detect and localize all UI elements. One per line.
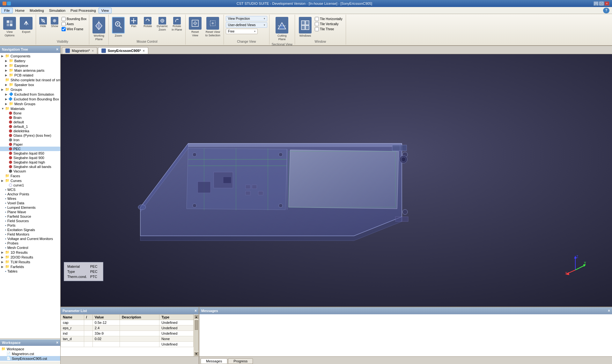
tab-magnetron-close[interactable]: × (92, 49, 94, 53)
tile-3-input[interactable] (315, 27, 319, 31)
tree-item-field-monitors[interactable]: ▪Field Monitors (0, 232, 60, 237)
tree-item-faces[interactable]: 📁Faces (0, 173, 60, 178)
param-close[interactable]: × (195, 309, 197, 313)
scroll-up[interactable]: ▲ (195, 315, 198, 319)
tab-progress[interactable]: Progress (228, 358, 253, 364)
menu-simulation[interactable]: Simulation (47, 8, 68, 13)
tree-item-lumped-elements[interactable]: ▪Lumped Elements (0, 205, 60, 210)
reset-view-btn[interactable]: ResetView (188, 16, 203, 38)
tree-item-probes[interactable]: ▪Probes (0, 241, 60, 245)
nav-close[interactable]: × (56, 47, 58, 52)
axes-input[interactable] (62, 22, 66, 26)
tree-item-voltage-and-current-monitors[interactable]: ▪Voltage and Current Monitors (0, 237, 60, 241)
tree-item-excluded-from-bounding-box[interactable]: ▶🔷Excluded from Bounding Box (0, 97, 60, 101)
tab-messages[interactable]: Messages (201, 358, 227, 364)
rotate-btn[interactable]: Rotate (141, 16, 154, 29)
tree-item-excluded-from-simulation[interactable]: ▶🔷Excluded from Simulation (0, 92, 60, 97)
tab-sony[interactable]: SonyEricssonC905* × (98, 47, 148, 54)
scroll-track[interactable] (195, 320, 198, 351)
show-btn[interactable]: Show (49, 16, 60, 29)
menu-file[interactable]: File (1, 8, 13, 13)
tree-item-shiho-complete-but-rinsed-of-small-stuff[interactable]: 📁Shiho complete but rinsed of small stuf… (0, 77, 60, 82)
tree-item-main-antenna-parts[interactable]: ▶📁Main antenna parts (0, 68, 60, 73)
tree-item-excitation-signals[interactable]: ▪Excitation Signals (0, 228, 60, 232)
bounding-box-input[interactable] (62, 17, 66, 21)
tree-item-components[interactable]: ▶📁Components (0, 54, 60, 58)
menu-post-processing[interactable]: Post Processing (68, 8, 98, 13)
tile-v-input[interactable] (315, 22, 319, 26)
tree-item-default[interactable]: default (0, 120, 60, 124)
workspace-tree[interactable]: 📁Workspace📄Magnetron.cst📄SonyEricssonC90… (0, 346, 60, 361)
tree-item-field-sources[interactable]: ▪Field Sources (0, 219, 60, 223)
maximize-btn[interactable]: □ (599, 1, 604, 6)
tree-item-brain[interactable]: Brain (0, 115, 60, 120)
tree-item-materials[interactable]: ▼📁Materials (0, 106, 60, 111)
tree-item-curves[interactable]: ▶📁Curves (0, 178, 60, 183)
axes-check[interactable]: Axes (61, 22, 87, 26)
tree-item-siegbahn-liquid-high[interactable]: Siegbahn liquid high (0, 160, 60, 164)
close-btn[interactable]: × (604, 1, 609, 6)
messages-close[interactable]: × (608, 309, 610, 313)
tree-item-mesh-groups[interactable]: ▶📁Mesh Groups (0, 101, 60, 106)
tree-item-iron[interactable]: Iron (0, 138, 60, 142)
param-row[interactable]: eps_r 2.4 Undefined (61, 325, 194, 331)
working-plane-btn[interactable]: WorkingPlane (91, 16, 107, 42)
tree-item-ports[interactable]: ▪Ports (0, 223, 60, 228)
tree-item-vacuum[interactable]: Vacuum (0, 169, 60, 173)
param-scrollbar[interactable]: ▲ ▼ (194, 314, 199, 356)
workspace-item-magnetron.cst[interactable]: 📄Magnetron.cst (0, 351, 60, 356)
workspace-close[interactable]: × (56, 340, 58, 345)
viewport[interactable]: Z Y X Material PEC (61, 54, 612, 307)
tile-three-check[interactable]: Tile Three (314, 27, 343, 32)
tree-item-siegbahn-liquid-900[interactable]: Siegbahn liquid 900 (0, 156, 60, 160)
tree-item-1d-results[interactable]: ▶📁1D Results (0, 250, 60, 255)
tree-item-siegbahn-liquid-850[interactable]: Siegbahn liquid 850 (0, 151, 60, 156)
param-row[interactable]: cap 0.5e-12 Undefined (61, 320, 194, 325)
tree-item-speaker-box[interactable]: ▶📁Speaker box (0, 82, 60, 87)
menu-view[interactable]: View (99, 8, 112, 13)
tree-item-pcb-related[interactable]: ▶📁PCB related (0, 73, 60, 77)
view-options-btn[interactable]: ViewOptions (2, 16, 17, 38)
tree-item-siegbahn-skull-all-bands[interactable]: Siegbahn skull all bands (0, 164, 60, 169)
pan-btn[interactable]: Pan (127, 16, 140, 29)
tab-magnetron[interactable]: Magnetron* × (62, 47, 97, 54)
tree-item-pec[interactable]: PEC (0, 147, 60, 151)
tree-item-curve1[interactable]: curve1 (0, 183, 60, 187)
tile-vertically-check[interactable]: Tile Vertically (314, 22, 343, 26)
param-row[interactable]: tan_d 0.02 None (61, 336, 194, 342)
tree-item-2d/3d-results[interactable]: ▶📁2D/3D Results (0, 255, 60, 259)
reset-view-selection-btn[interactable]: Reset Viewto Selection (204, 16, 222, 38)
param-row[interactable]: ind 33e-9 Undefined (61, 331, 194, 336)
tree-item-groups[interactable]: ▶📁Groups (0, 87, 60, 92)
cutting-plane-btn[interactable]: CuttingPlane (274, 16, 290, 42)
wire-frame-check[interactable]: Wire Frame (61, 27, 87, 32)
tree-item-paper[interactable]: Paper (0, 142, 60, 147)
user-defined-views-btn[interactable]: User-defined Views ▾ (226, 22, 267, 28)
view-projection-btn[interactable]: View Projection ▾ (226, 16, 267, 21)
nav-tree[interactable]: ▶📁Components▶📁Battery▶📁Earpiece▶📁Main an… (0, 53, 60, 339)
tree-item-voxel-data[interactable]: ▪Voxel Data (0, 201, 60, 205)
workspace-item-workspace[interactable]: 📁Workspace (0, 346, 60, 351)
tree-item-wires[interactable]: ▪Wires (0, 196, 60, 201)
tree-item-earpiece[interactable]: ▶📁Earpiece (0, 63, 60, 68)
scroll-thumb[interactable] (195, 320, 198, 330)
param-table[interactable]: Name / Value Description Type cap 0.5e-1… (61, 314, 194, 356)
dynamic-zoom-btn[interactable]: DynamicZoom (155, 16, 169, 33)
tree-item-anchor-points[interactable]: ▪Anchor Points (0, 192, 60, 196)
param-row[interactable]: Undefined (61, 342, 194, 347)
tab-sony-close[interactable]: × (143, 49, 145, 53)
tree-item-tables[interactable]: ▪Tables (0, 269, 60, 273)
help-btn[interactable]: ? (603, 8, 609, 13)
wire-frame-input[interactable] (62, 27, 66, 31)
tree-item-mesh-control[interactable]: ▪Mesh Control (0, 245, 60, 250)
tile-h-input[interactable] (315, 17, 319, 21)
tree-item-farfield-source[interactable]: ▪Farfield Source (0, 214, 60, 219)
menu-home[interactable]: Home (13, 8, 27, 13)
tree-item-farfields[interactable]: ▶📁Farfields (0, 264, 60, 269)
hide-btn[interactable]: Hide (38, 16, 48, 29)
tree-item-bone[interactable]: Bone (0, 111, 60, 115)
minimize-btn[interactable]: _ (594, 1, 599, 6)
tree-item-wcs[interactable]: ▪WCS (0, 187, 60, 192)
workspace-item-sonyericssonc905.cst[interactable]: 📄SonyEricssonC905.cst (0, 356, 60, 361)
zoom-btn[interactable]: Zoom (111, 16, 126, 39)
